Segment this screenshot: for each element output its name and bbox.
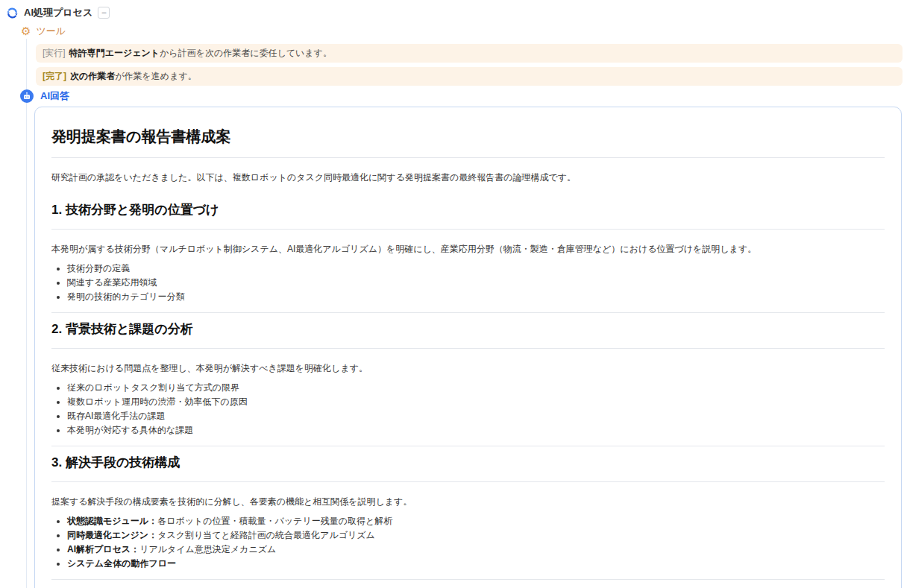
tools-section-header: ⚙ ツール [21,25,66,38]
bullet-item: 従来のロボットタスク割り当て方式の限界 [67,381,885,395]
collapse-button[interactable]: − [98,7,110,19]
section-bullet-list: 従来のロボットタスク割り当て方式の限界複数ロボット運用時の渋滞・効率低下の原因既… [51,381,885,437]
section-paragraph: 提案する解決手段の構成要素を技術的に分解し、各要素の機能と相互関係を説明します。 [51,496,885,508]
document-title: 発明提案書の報告書構成案 [51,127,885,158]
section-bullet-list: 技術分野の定義関連する産業応用領域発明の技術的カテゴリー分類 [51,262,885,304]
bullet-item: 本発明が対応する具体的な課題 [67,423,885,437]
status-message-executing: [実行] 特許専門エージェント から計画を次の作業者に委任しています。 [36,44,903,63]
bullet-item: 既存AI最適化手法の課題 [67,409,885,423]
document-intro: 研究計画の承認をいただきました。以下は、複数ロボットのタスク同時最適化に関する発… [51,171,885,184]
status-text: から計画を次の作業者に委任しています。 [160,47,332,60]
section-heading: 1. 技術分野と発明の位置づけ [51,202,885,230]
minus-icon: − [101,7,107,18]
bullet-item: 複数ロボット運用時の渋滞・効率低下の原因 [67,395,885,409]
status-message-completed: [完了] 次の作業者 が作業を進めます。 [36,67,903,86]
section-heading: 3. 解決手段の技術構成 [51,455,885,482]
ai-answer-header: AI回答 [20,89,69,103]
bullet-item: 関連する産業応用領域 [67,276,885,290]
bullet-item: システム全体の動作フロー [67,557,885,571]
process-title: AI処理プロセス [24,6,92,19]
ai-answer-label: AI回答 [40,89,69,103]
status-text: が作業を進めます。 [115,70,196,83]
ai-answer-panel: 発明提案書の報告書構成案 研究計画の承認をいただきました。以下は、複数ロボットの… [34,107,902,588]
section-divider [51,579,885,580]
bullet-item: 同時最適化エンジン：タスク割り当てと経路計画の統合最適化アルゴリズム [67,528,885,543]
status-agent-name: 特許専門エージェント [69,47,160,60]
document-sections: 1. 技術分野と発明の位置づけ本発明が属する技術分野（マルチロボット制御システム… [51,202,885,588]
bullet-item: 状態認識モジュール：各ロボットの位置・積載量・バッテリー残量の取得と解析 [67,514,885,528]
sync-arrows-icon [6,7,19,19]
section-divider [51,312,885,313]
section-paragraph: 従来技術における問題点を整理し、本発明が解決すべき課題を明確化します。 [51,362,885,375]
section-divider [51,446,885,446]
bullet-item: 発明の技術的カテゴリー分類 [67,290,885,304]
section-heading: 2. 背景技術と課題の分析 [51,321,885,349]
status-tag-executing: [実行] [43,47,66,60]
gear-icon: ⚙ [21,25,31,37]
tree-connector-line [26,39,27,588]
status-worker-name: 次の作業者 [70,70,115,83]
tools-label: ツール [36,25,66,38]
status-tag-completed: [完了] [43,70,66,83]
ai-process-header: AI処理プロセス − [6,6,110,19]
section-paragraph: 本発明が属する技術分野（マルチロボット制御システム、AI最適化アルゴリズム）を明… [51,243,885,256]
bullet-item: 技術分野の定義 [67,262,885,276]
bullet-item: AI解析プロセス：リアルタイム意思決定メカニズム [67,543,885,557]
section-bullet-list: 状態認識モジュール：各ロボットの位置・積載量・バッテリー残量の取得と解析同時最適… [51,514,885,571]
robot-icon [20,89,34,103]
